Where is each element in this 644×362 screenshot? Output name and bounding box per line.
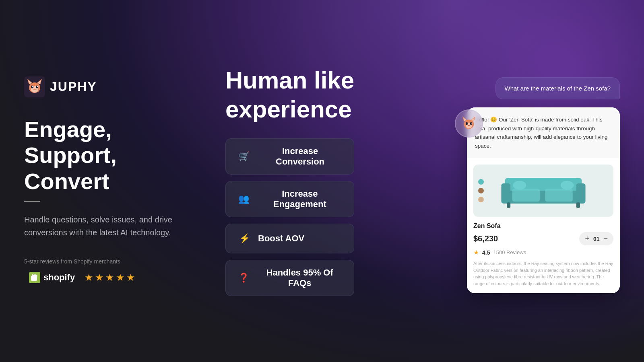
headline-line3: Convert [24, 169, 109, 194]
star-1: ★ [85, 272, 93, 283]
svg-rect-26 [576, 183, 586, 204]
svg-point-10 [37, 86, 38, 87]
chat-card: Hello! 😊 Our 'Zen Sofa' is made from sol… [467, 107, 620, 293]
qty-value: 01 [593, 236, 600, 242]
btn-faqs-label: Handles 95% Of FAQs [257, 267, 343, 288]
svg-rect-29 [512, 189, 540, 202]
user-message: What are the materials of the Zen sofa? [495, 77, 620, 99]
btn-boost-aov[interactable]: ⚡ Boost AOV [225, 224, 354, 253]
color-dots [478, 179, 484, 202]
product-star: ★ [473, 249, 479, 256]
center-content: Human like experience 🛒 Increase Convers… [225, 66, 354, 296]
btn-increase-conversion[interactable]: 🛒 Increase Conversion [225, 138, 354, 175]
stars: ★ ★ ★ ★ ★ [85, 272, 135, 283]
star-5: ★ [126, 272, 135, 283]
color-dot-2 [478, 188, 484, 193]
left-section: JUPHY Engage, Support, Convert Handle qu… [0, 0, 209, 362]
logo: JUPHY [24, 76, 185, 97]
product-image-area [473, 165, 613, 217]
btn-conversion-label: Increase Conversion [258, 146, 343, 167]
section-heading-line1: Human like [225, 67, 354, 94]
feature-buttons: 🛒 Increase Conversion 👥 Increase Engagem… [225, 138, 354, 296]
headline-line1: Engage, [24, 117, 112, 142]
product-name: Zen Sofa [473, 222, 613, 230]
product-price-row: $6,230 + 01 − [473, 232, 613, 245]
conversion-icon: 🛒 [237, 149, 251, 164]
svg-point-20 [467, 123, 468, 123]
btn-aov-label: Boost AOV [258, 233, 304, 244]
svg-point-7 [31, 85, 33, 88]
right-section: Human like experience 🛒 Increase Convers… [209, 0, 644, 362]
sofa-svg [493, 171, 594, 211]
section-heading-line2: experience [225, 96, 352, 123]
color-dot-1 [478, 179, 484, 185]
svg-point-22 [468, 125, 470, 126]
shopify-badge: shopify [24, 269, 80, 286]
rating-row: ★ 4.5 1500 Reviews [473, 249, 613, 256]
svg-point-18 [466, 122, 468, 125]
svg-rect-30 [545, 189, 573, 202]
logo-icon [24, 76, 45, 97]
headline: Engage, Support, Convert [24, 117, 185, 194]
section-heading: Human like experience [225, 66, 354, 124]
btn-engagement-label: Increase Engagement [257, 189, 343, 210]
shopify-text: shopify [43, 272, 75, 283]
bot-avatar [455, 109, 483, 138]
product-price: $6,230 [473, 234, 498, 243]
svg-rect-25 [501, 183, 510, 204]
svg-point-9 [32, 86, 33, 87]
btn-increase-engagement[interactable]: 👥 Increase Engagement [225, 181, 354, 217]
headline-divider [24, 201, 40, 202]
color-dot-3 [478, 197, 484, 202]
svg-point-8 [36, 85, 38, 88]
product-rating: 4.5 [482, 249, 490, 256]
aov-icon: ⚡ [237, 231, 252, 246]
svg-point-31 [513, 181, 526, 190]
qty-increase[interactable]: − [603, 234, 608, 243]
user-message-text: What are the materials of the Zen sofa? [505, 85, 611, 92]
svg-point-19 [470, 122, 472, 125]
btn-handles-faqs[interactable]: ❓ Handles 95% Of FAQs [225, 260, 354, 296]
product-card: Zen Sofa $6,230 + 01 − ★ 4.5 1500 Review… [467, 158, 620, 293]
star-2: ★ [95, 272, 104, 283]
faqs-icon: ❓ [237, 271, 250, 285]
svg-rect-28 [576, 203, 580, 208]
headline-line2: Support, [24, 142, 117, 168]
logo-text: JUPHY [50, 79, 97, 94]
bot-response-text: Hello! 😊 Our 'Zen Sofa' is made from sol… [475, 115, 612, 150]
svg-rect-27 [507, 203, 510, 208]
product-review-count: 1500 Reviews [493, 249, 526, 255]
quantity-control[interactable]: + 01 − [579, 232, 613, 245]
svg-point-32 [561, 181, 574, 190]
qty-decrease[interactable]: + [585, 234, 589, 243]
chat-response: Hello! 😊 Our 'Zen Sofa' is made from sol… [467, 107, 620, 158]
svg-point-21 [471, 123, 472, 123]
star-4: ★ [116, 272, 125, 283]
shopify-icon [29, 272, 40, 283]
engagement-icon: 👥 [237, 192, 251, 206]
chat-widget: What are the materials of the Zen sofa? [467, 77, 620, 293]
reviews-label: 5-star reviews from Shopify merchants [24, 258, 185, 265]
subheadline: Handle questions, solve issues, and driv… [24, 213, 177, 239]
shopify-row: shopify ★ ★ ★ ★ ★ [24, 269, 185, 286]
star-3: ★ [105, 272, 114, 283]
product-description: After its success indoors, the Ray seati… [473, 260, 613, 287]
